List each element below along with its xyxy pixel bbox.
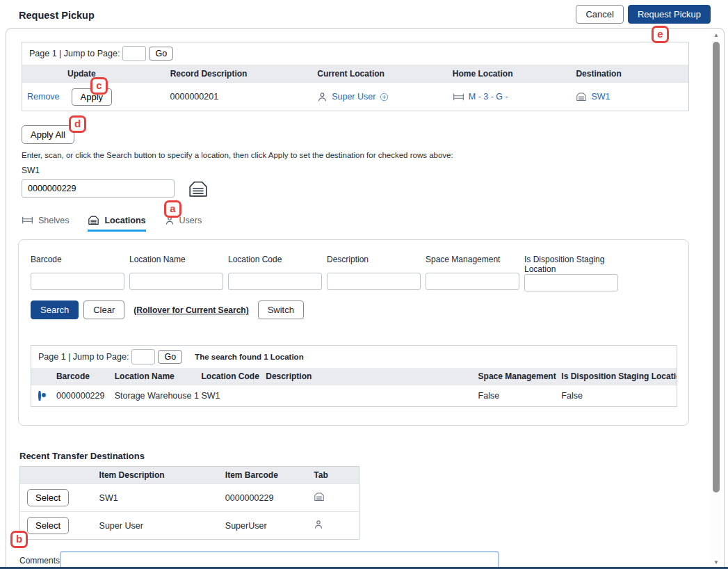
annotation-badge-c: c xyxy=(90,77,108,95)
tab-shelves[interactable]: Shelves xyxy=(22,215,69,232)
row-select-radio[interactable] xyxy=(38,391,41,401)
col-location-code: Location Code xyxy=(201,371,266,381)
comments-label: Comments: xyxy=(19,556,62,566)
jump-to-page-input[interactable] xyxy=(122,46,146,61)
location-type-tabs: Shelves Locations Users xyxy=(22,215,689,232)
cancel-button[interactable]: Cancel xyxy=(576,5,623,24)
col-update: Update xyxy=(22,69,149,79)
recent-row: Select SW1 0000000229 xyxy=(20,483,359,511)
location-code-input[interactable] xyxy=(228,273,322,290)
destination-link[interactable]: SW1 xyxy=(591,92,610,102)
plus-circle-icon[interactable] xyxy=(380,93,389,102)
pickup-pagination: Page 1 | Jump to Page: Go xyxy=(22,42,688,65)
recent-transfers-title: Recent Transfer Destinations xyxy=(19,451,689,461)
col-current-location: Current Location xyxy=(296,69,432,79)
field-label-space-management: Space Management xyxy=(426,252,519,273)
recent-item-barcode: SuperUser xyxy=(221,521,309,531)
col-barcode: Barcode xyxy=(56,371,115,381)
tab-label: Locations xyxy=(104,216,145,225)
annotation-badge-a: a xyxy=(164,200,181,218)
col-location-name: Location Name xyxy=(115,371,202,381)
result-row: 0000000229 Storage Warehouse 1 SW1 False… xyxy=(31,385,677,406)
search-results-table: Page 1 | Jump to Page: Go The search fou… xyxy=(31,345,677,407)
col-is-disposition: Is Disposition Staging Location xyxy=(561,371,677,381)
recent-item-description: Super User xyxy=(95,521,221,531)
warehouse-icon xyxy=(314,492,325,502)
home-location-link[interactable]: M - 3 - G - xyxy=(469,92,508,102)
location-search-panel: Barcode Location Name Location Code Desc… xyxy=(18,239,689,426)
jump-to-page-input[interactable] xyxy=(131,349,155,364)
search-button[interactable]: Search xyxy=(31,300,79,319)
user-icon xyxy=(317,92,327,102)
page-indicator: Page 1 | Jump to Page: xyxy=(38,352,129,362)
rollover-link[interactable]: (Rollover for Current Search) xyxy=(134,305,248,315)
current-location-link[interactable]: Super User xyxy=(332,92,375,102)
space-management-input[interactable] xyxy=(426,273,519,290)
annotation-badge-d: d xyxy=(69,115,86,133)
header-actions: Cancel Request Pickup xyxy=(576,5,711,24)
col-record-description: Record Description xyxy=(149,69,297,79)
col-home-location: Home Location xyxy=(432,69,556,79)
col-space-management: Space Management xyxy=(478,371,562,381)
location-entry-label: SW1 xyxy=(22,166,689,175)
page-title: Request Pickup xyxy=(19,10,95,21)
shelf-icon xyxy=(453,93,464,102)
field-label-is-disposition: Is Disposition Staging Location xyxy=(524,252,618,274)
request-pickup-button[interactable]: Request Pickup xyxy=(628,5,711,24)
field-label-description: Description xyxy=(327,252,421,273)
page-indicator: Page 1 | Jump to Page: xyxy=(29,49,120,58)
scrollbar-thumb[interactable] xyxy=(713,42,720,492)
go-button[interactable]: Go xyxy=(149,47,173,61)
scroll-up-arrow-icon[interactable]: ▲ xyxy=(711,31,722,40)
pickup-table-row: Remove Apply 0000000201 Super User xyxy=(22,82,688,111)
col-destination: Destination xyxy=(555,69,688,79)
tab-locations[interactable]: Locations xyxy=(88,215,145,232)
recent-item-description: SW1 xyxy=(95,493,221,503)
warehouse-icon[interactable] xyxy=(188,180,208,198)
switch-button[interactable]: Switch xyxy=(258,300,304,319)
recent-table-header: Item Description Item Barcode Tab xyxy=(20,467,359,483)
col-tab: Tab xyxy=(309,470,359,480)
pickup-table: Page 1 | Jump to Page: Go Update Record … xyxy=(22,42,689,111)
remove-link[interactable]: Remove xyxy=(27,92,60,102)
results-pagination: Page 1 | Jump to Page: Go The search fou… xyxy=(31,346,677,368)
col-item-barcode: Item Barcode xyxy=(221,470,309,480)
vertical-scrollbar[interactable]: ▲ ▼ xyxy=(711,31,722,568)
apply-all-button[interactable]: Apply All xyxy=(22,125,74,144)
record-description-value: 0000000201 xyxy=(149,92,297,102)
select-button[interactable]: Select xyxy=(27,517,69,534)
field-label-barcode: Barcode xyxy=(31,252,124,273)
location-name-input[interactable] xyxy=(129,273,223,290)
annotation-badge-e: e xyxy=(652,26,669,43)
annotation-badge-b: b xyxy=(10,531,28,548)
select-button[interactable]: Select xyxy=(27,489,69,506)
go-button[interactable]: Go xyxy=(158,350,182,364)
is-disposition-input[interactable] xyxy=(524,274,618,291)
recent-item-barcode: 0000000229 xyxy=(221,493,309,503)
location-barcode-input[interactable] xyxy=(22,179,175,198)
scroll-down-arrow-icon[interactable]: ▼ xyxy=(711,558,722,568)
col-description: Description xyxy=(266,371,478,381)
warehouse-icon xyxy=(88,215,99,225)
recent-transfers-table: Item Description Item Barcode Tab Select… xyxy=(19,466,359,540)
search-summary: The search found 1 Location xyxy=(195,353,304,361)
recent-row: Select Super User SuperUser xyxy=(20,511,359,539)
instruction-text: Enter, scan, or click the Search button … xyxy=(22,151,689,159)
results-table-header: Barcode Location Name Location Code Desc… xyxy=(31,368,677,385)
description-input[interactable] xyxy=(327,273,421,290)
field-label-location-code: Location Code xyxy=(228,252,322,273)
result-location-code: SW1 xyxy=(201,391,266,401)
warehouse-icon xyxy=(576,92,587,102)
result-barcode: 0000000229 xyxy=(56,391,115,401)
main-panel: Page 1 | Jump to Page: Go Update Record … xyxy=(6,28,725,569)
clear-button[interactable]: Clear xyxy=(83,300,124,319)
result-space-management: False xyxy=(478,391,562,401)
result-location-name: Storage Warehouse 1 xyxy=(115,391,202,401)
tab-label: Users xyxy=(179,216,202,225)
col-item-description: Item Description xyxy=(95,470,221,480)
barcode-input[interactable] xyxy=(31,273,124,290)
shelf-icon xyxy=(22,216,33,225)
app-header: Request Pickup Cancel Request Pickup xyxy=(0,0,728,28)
field-label-location-name: Location Name xyxy=(129,252,223,273)
result-is-disposition: False xyxy=(561,391,677,401)
